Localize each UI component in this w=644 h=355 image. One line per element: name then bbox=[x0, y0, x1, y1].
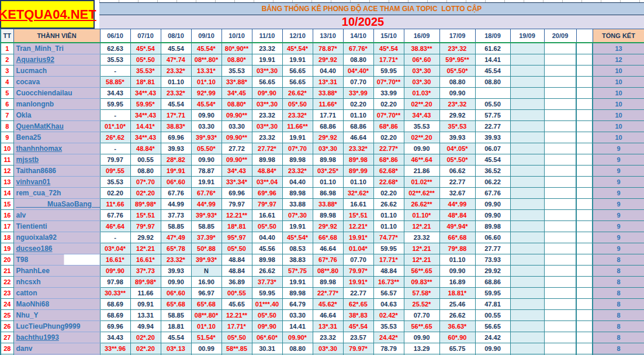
row-number: 8 bbox=[1, 120, 13, 132]
data-cell: 48*.84 bbox=[439, 209, 475, 220]
data-cell: 19.91 bbox=[282, 220, 313, 232]
data-cell: 26.62 bbox=[439, 309, 475, 320]
data-cell: 69.96 bbox=[221, 187, 252, 198]
spacer-cell bbox=[576, 132, 593, 143]
data-cell: 09.90** bbox=[221, 154, 252, 165]
member-name[interactable]: Aquarius92 bbox=[13, 54, 100, 65]
row-number: 3 bbox=[1, 65, 13, 76]
empty-cell-2009 bbox=[544, 109, 576, 120]
empty-cell-1909 bbox=[510, 54, 544, 65]
column-header-date: 17/09 bbox=[439, 29, 475, 43]
data-cell: 35.53 bbox=[100, 176, 130, 187]
row-number: 9 bbox=[1, 132, 13, 143]
data-cell: 86.98 bbox=[313, 187, 343, 198]
data-cell: 00.55 bbox=[130, 154, 161, 165]
empty-cell-2009 bbox=[544, 309, 576, 320]
data-cell: 56.57 bbox=[373, 287, 404, 298]
data-cell: 03.30 bbox=[191, 120, 221, 132]
member-name: MaoNhi68 bbox=[13, 298, 100, 309]
data-cell: 06.62 bbox=[439, 165, 475, 176]
column-header-spacer bbox=[576, 29, 593, 43]
table-row: 1Tran_Minh_Tri62.6345*.5445.5445.54*80*.… bbox=[1, 43, 644, 54]
data-cell: 33**.96 bbox=[100, 343, 130, 354]
total-value: 10 bbox=[593, 109, 644, 120]
data-cell: 49*.94* bbox=[439, 220, 475, 232]
data-cell: 03*.30 bbox=[313, 343, 343, 354]
data-cell: 22*.77* bbox=[313, 287, 343, 298]
data-cell: 22.68* bbox=[373, 176, 404, 187]
row-number: 5 bbox=[1, 87, 13, 98]
data-cell: 02.20 bbox=[373, 132, 404, 143]
data-cell: 59.95 bbox=[100, 98, 130, 109]
member-name: Taithan8686 bbox=[13, 165, 100, 176]
member-name[interactable]: thanhnhomax bbox=[13, 143, 100, 154]
total-value: 10 bbox=[593, 76, 644, 87]
data-cell: 58.85 bbox=[191, 220, 221, 232]
row-number: 2 bbox=[1, 54, 13, 65]
data-cell: 08.80 bbox=[282, 343, 313, 354]
spacer-cell bbox=[576, 243, 593, 254]
row-number: 7 bbox=[1, 109, 13, 120]
member-name: Bena25 bbox=[13, 132, 100, 143]
data-cell: 34**.43 bbox=[130, 87, 161, 98]
data-cell: 19.91 bbox=[282, 276, 313, 287]
data-cell: 79.97* bbox=[343, 265, 373, 276]
data-cell: 09.90 bbox=[475, 343, 510, 354]
data-cell: 02.20 bbox=[343, 98, 373, 109]
data-cell: 06*.60* bbox=[252, 332, 282, 343]
table-row: 16alv67.7615*.5137.7339*.93*12.21**16.61… bbox=[1, 209, 644, 220]
data-cell: 02*.20 bbox=[130, 343, 161, 354]
data-cell: 04.40 bbox=[282, 176, 313, 187]
member-name[interactable]: bachthu1993 bbox=[13, 332, 100, 343]
member-name[interactable]: ducseo186 bbox=[13, 243, 100, 254]
data-cell: 48.84 bbox=[221, 254, 252, 265]
empty-cell-2009 bbox=[544, 76, 576, 87]
logo-text[interactable]: KETQUA04.NET bbox=[0, 7, 96, 22]
data-cell: 49.94 bbox=[130, 320, 161, 332]
data-cell: 03**.30 bbox=[252, 120, 282, 132]
spacer-cell bbox=[576, 343, 593, 354]
spacer-cell bbox=[576, 87, 593, 98]
logo[interactable]: KETQUA04.NET bbox=[0, 0, 95, 29]
data-cell: 35.53 bbox=[373, 320, 404, 332]
data-cell: 67.76 bbox=[100, 209, 130, 220]
data-cell: 08.80* bbox=[221, 98, 252, 109]
data-cell: 19.91* bbox=[343, 276, 373, 287]
data-cell: 19.91 bbox=[282, 54, 313, 65]
data-cell: 07*.70** bbox=[373, 76, 404, 87]
data-cell: 08.80 bbox=[343, 54, 373, 65]
row-number: 4 bbox=[1, 76, 13, 87]
table-row: 9Bena2526*.6234**.4369.9639*.93*09.90**2… bbox=[1, 132, 644, 143]
table-row: 19ducseo18603*.04*12*.2165*.7850*.8805*.… bbox=[1, 243, 644, 254]
spacer-cell bbox=[576, 220, 593, 232]
month-label: 10/2025 bbox=[342, 15, 384, 29]
data-cell: 92*.99 bbox=[191, 87, 221, 98]
data-cell: 89.98 bbox=[252, 154, 282, 165]
data-cell: 07*.30 bbox=[282, 209, 313, 220]
data-cell: 79.97 bbox=[100, 154, 130, 165]
data-cell: 18.81 bbox=[161, 320, 191, 332]
data-cell: 03**.30 bbox=[252, 98, 282, 109]
empty-cell-2009 bbox=[544, 54, 576, 65]
member-name[interactable]: vinhvan01 bbox=[13, 176, 100, 187]
data-cell: 22.77 bbox=[475, 120, 510, 132]
data-cell: 17*.71 bbox=[161, 109, 191, 120]
data-cell: 36.89 bbox=[221, 276, 252, 287]
data-cell: 19.91* bbox=[343, 232, 373, 243]
data-cell: 22.77* bbox=[373, 143, 404, 154]
data-cell: 13*.31 bbox=[313, 320, 343, 332]
empty-cell-1909 bbox=[510, 132, 544, 143]
data-cell: 45.62* bbox=[313, 298, 343, 309]
data-cell: 89.98 bbox=[313, 276, 343, 287]
data-cell: 45.65 bbox=[221, 298, 252, 309]
member-name[interactable]: QuenMatKhau bbox=[13, 120, 100, 132]
data-cell: 02*.20 bbox=[130, 332, 161, 343]
data-cell: 07.70 bbox=[343, 254, 373, 265]
row-number: 1 bbox=[1, 43, 13, 54]
column-header-date: 08/10 bbox=[161, 29, 191, 43]
member-name[interactable]: mjsstb bbox=[13, 154, 100, 165]
member-name[interactable]: ________MuaSaoBang___ bbox=[13, 198, 100, 209]
data-cell: 14.41 bbox=[475, 54, 510, 65]
empty-cell-1909 bbox=[510, 254, 544, 265]
data-cell: 79*.97 bbox=[252, 198, 282, 209]
